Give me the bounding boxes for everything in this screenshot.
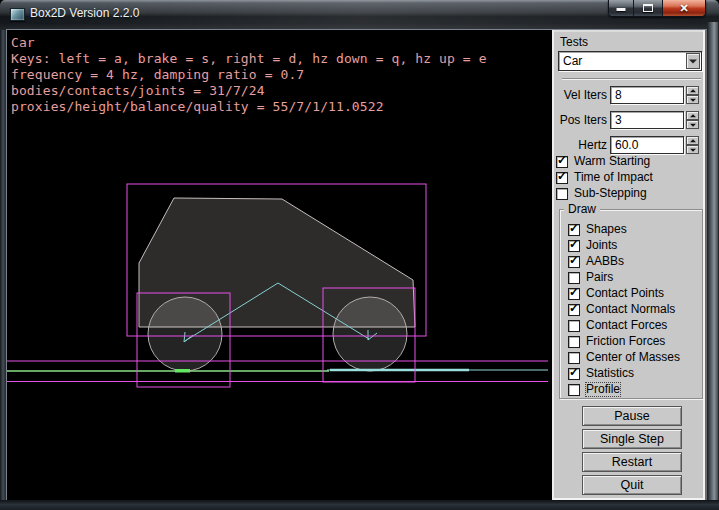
check-icon: ✓	[569, 302, 579, 314]
pos-iters-row: Pos Iters	[554, 111, 709, 129]
hertz-row: Hertz	[554, 136, 709, 154]
checkbox-row-contact-points[interactable]: ✓ Contact Points	[568, 287, 664, 300]
arrow-up-icon	[690, 89, 696, 92]
title-bar[interactable]: Box2D Version 2.2.0 ✕	[0, 0, 719, 30]
tests-dropdown-value: Car	[563, 52, 582, 70]
spinner-down-button[interactable]	[686, 95, 699, 104]
quality-line: proxies/height/balance/quality = 55/7/1/…	[11, 99, 487, 115]
checkbox-row-friction-forces[interactable]: ✓ Friction Forces	[568, 335, 665, 348]
checkbox-row-aabbs[interactable]: ✓ AABBs	[568, 255, 624, 268]
check-icon: ✓	[557, 154, 567, 166]
shapes-checkbox[interactable]: ✓	[568, 224, 580, 236]
hertz-spinner	[686, 136, 699, 154]
contact-points-label: Contact Points	[586, 287, 664, 300]
vel-iters-spinner	[686, 86, 699, 104]
pairs-label: Pairs	[586, 271, 613, 284]
contact-point	[175, 369, 190, 373]
draw-group-legend: Draw	[564, 203, 600, 216]
check-icon: ✓	[569, 222, 579, 234]
vel-iters-input[interactable]	[610, 86, 684, 104]
warm-starting-label: Warm Starting	[574, 155, 650, 168]
checkbox-row-sub-stepping[interactable]: ✓ Sub-Stepping	[556, 187, 647, 200]
contact-points-checkbox[interactable]: ✓	[568, 288, 580, 300]
time-of-impact-label: Time of Impact	[574, 171, 653, 184]
statistics-label: Statistics	[586, 367, 634, 380]
tests-dropdown[interactable]: Car	[558, 51, 702, 71]
time-of-impact-checkbox[interactable]: ✓	[556, 172, 568, 184]
spinner-up-button[interactable]	[686, 86, 699, 95]
check-icon: ✓	[569, 254, 579, 266]
test-title: Car	[11, 35, 487, 51]
spinner-down-button[interactable]	[686, 120, 699, 129]
minimize-icon	[617, 8, 626, 11]
separator	[562, 78, 701, 80]
arrow-down-icon	[690, 148, 696, 151]
window-frame-right	[707, 22, 719, 510]
debug-text: Car Keys: left = a, brake = s, right = d…	[11, 35, 487, 115]
front-wheel	[333, 297, 407, 371]
joints-checkbox[interactable]: ✓	[568, 240, 580, 252]
vel-iters-label: Vel Iters	[554, 86, 607, 104]
hertz-input[interactable]	[610, 136, 684, 154]
aabbs-label: AABBs	[586, 255, 624, 268]
joints-label: Joints	[586, 239, 617, 252]
draw-group: Draw ✓ Shapes ✓ Joints ✓ AABBs ✓ Pairs	[559, 209, 703, 399]
close-icon: ✕	[663, 0, 705, 17]
checkbox-row-center-of-masses[interactable]: ✓ Center of Masses	[568, 351, 680, 364]
contact-normals-checkbox[interactable]: ✓	[568, 304, 580, 316]
statistics-checkbox[interactable]: ✓	[568, 368, 580, 380]
frequency-line: frequency = 4 hz, damping ratio = 0.7	[11, 67, 487, 83]
checkbox-row-pairs[interactable]: ✓ Pairs	[568, 271, 613, 284]
sub-stepping-label: Sub-Stepping	[574, 187, 647, 200]
caption-button-group: ✕	[608, 0, 706, 17]
control-panel: Tests Car Vel Iters Pos Iters	[552, 30, 707, 500]
checkbox-row-warm-starting[interactable]: ✓ Warm Starting	[556, 155, 650, 168]
arrow-up-icon	[690, 139, 696, 142]
single-step-button[interactable]: Single Step	[582, 429, 682, 449]
friction-forces-label: Friction Forces	[586, 335, 665, 348]
pos-iters-spinner	[686, 111, 699, 129]
tests-dropdown-button[interactable]	[686, 53, 700, 69]
close-button[interactable]: ✕	[663, 0, 705, 16]
app-icon	[10, 8, 25, 21]
checkbox-row-shapes[interactable]: ✓ Shapes	[568, 223, 627, 236]
restart-button[interactable]: Restart	[582, 452, 682, 472]
aabbs-checkbox[interactable]: ✓	[568, 256, 580, 268]
spinner-up-button[interactable]	[686, 136, 699, 145]
pos-iters-label: Pos Iters	[554, 111, 607, 129]
simulation-canvas[interactable]: Car Keys: left = a, brake = s, right = d…	[7, 30, 552, 500]
pause-button[interactable]: Pause	[582, 406, 682, 426]
profile-label: Profile	[586, 383, 620, 396]
warm-starting-checkbox[interactable]: ✓	[556, 156, 568, 168]
profile-checkbox[interactable]: ✓	[568, 384, 580, 396]
arrow-down-icon	[690, 123, 696, 126]
pairs-checkbox[interactable]: ✓	[568, 272, 580, 284]
hertz-label: Hertz	[554, 136, 607, 154]
maximize-button[interactable]	[634, 0, 663, 16]
spinner-down-button[interactable]	[686, 145, 699, 154]
checkbox-row-contact-forces[interactable]: ✓ Contact Forces	[568, 319, 667, 332]
vel-iters-row: Vel Iters	[554, 86, 709, 104]
sub-stepping-checkbox[interactable]: ✓	[556, 188, 568, 200]
window-frame-bottom	[0, 500, 719, 510]
checkbox-row-profile[interactable]: ✓ Profile	[568, 383, 620, 396]
spinner-up-button[interactable]	[686, 111, 699, 120]
pos-iters-input[interactable]	[610, 111, 684, 129]
stats-line: bodies/contacts/joints = 31/7/24	[11, 83, 487, 99]
arrow-up-icon	[690, 114, 696, 117]
friction-forces-checkbox[interactable]: ✓	[568, 336, 580, 348]
checkbox-row-joints[interactable]: ✓ Joints	[568, 239, 617, 252]
box2d-testbed-window: Box2D Version 2.2.0 ✕ Car Keys: left = a…	[0, 0, 719, 510]
center-of-masses-label: Center of Masses	[586, 351, 680, 364]
checkbox-row-time-of-impact[interactable]: ✓ Time of Impact	[556, 171, 653, 184]
checkbox-row-contact-normals[interactable]: ✓ Contact Normals	[568, 303, 675, 316]
check-icon: ✓	[569, 238, 579, 250]
check-icon: ✓	[569, 366, 579, 378]
quit-button[interactable]: Quit	[582, 475, 682, 495]
checkbox-row-statistics[interactable]: ✓ Statistics	[568, 367, 634, 380]
contact-forces-checkbox[interactable]: ✓	[568, 320, 580, 332]
check-icon: ✓	[569, 286, 579, 298]
client-area: Car Keys: left = a, brake = s, right = d…	[7, 30, 707, 500]
center-of-masses-checkbox[interactable]: ✓	[568, 352, 580, 364]
minimize-button[interactable]	[609, 0, 634, 16]
